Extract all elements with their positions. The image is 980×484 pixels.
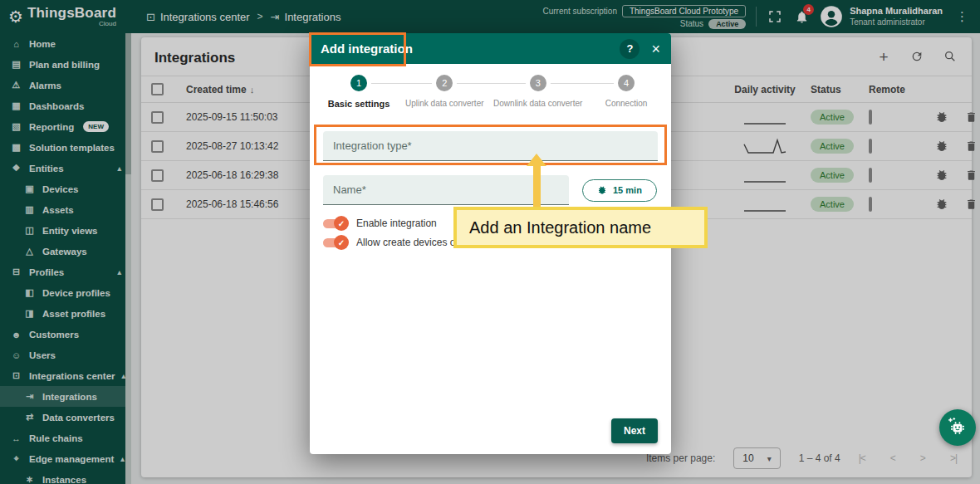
dialog-stepper: 1 Basic settings 2 Uplink data converter… bbox=[310, 64, 671, 109]
allow-create-devices-toggle[interactable] bbox=[323, 238, 346, 247]
integration-type-field bbox=[323, 131, 658, 161]
dialog-title: Add integration bbox=[321, 42, 413, 56]
robot-icon bbox=[947, 417, 968, 438]
tooltip-arrow-head bbox=[527, 154, 546, 166]
step-basic-settings[interactable]: 1 Basic settings bbox=[316, 75, 401, 109]
name-field bbox=[323, 175, 569, 205]
name-input[interactable] bbox=[325, 175, 567, 204]
bug-icon bbox=[597, 185, 607, 195]
dialog-header: Add integration ? × bbox=[310, 33, 671, 64]
close-icon[interactable]: × bbox=[651, 42, 660, 56]
tooltip-arrow bbox=[533, 165, 541, 209]
debug-duration-button[interactable]: 15 min bbox=[582, 179, 657, 202]
annotation-tooltip: Add an Integration name bbox=[453, 207, 708, 248]
step-uplink-data-converter[interactable]: 2 Uplink data converter bbox=[401, 75, 488, 109]
enable-integration-toggle[interactable] bbox=[323, 219, 346, 228]
app-window: ⚙ ThingsBoard Cloud ⊡ Integrations cente… bbox=[0, 0, 980, 484]
next-button[interactable]: Next bbox=[611, 418, 658, 443]
step-connection[interactable]: 4 Connection bbox=[588, 75, 664, 109]
step-downlink-data-converter[interactable]: 3 Downlink data converter bbox=[488, 75, 588, 109]
toggle-label: Enable integration bbox=[356, 218, 437, 229]
help-icon[interactable]: ? bbox=[620, 39, 639, 59]
assistant-robot-button[interactable] bbox=[939, 409, 976, 446]
integration-type-input[interactable] bbox=[325, 131, 656, 160]
